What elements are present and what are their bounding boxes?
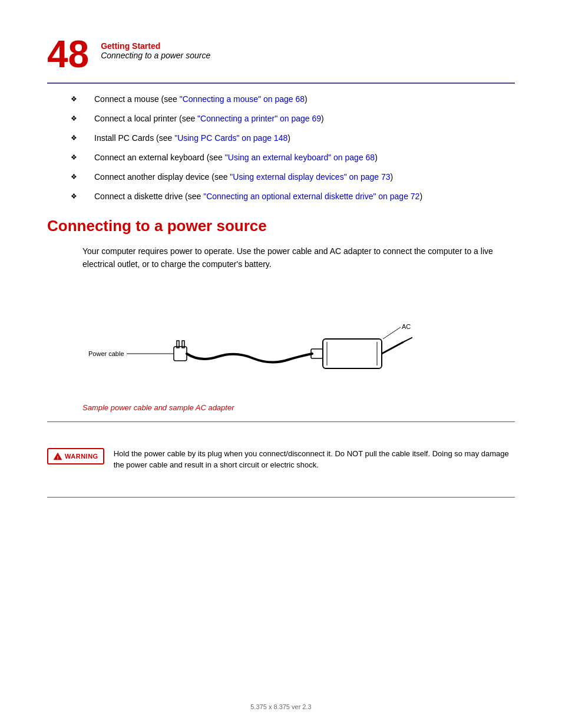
list-item: Connect a diskette drive (see "Connectin… bbox=[82, 190, 515, 203]
link-pc-cards[interactable]: "Using PC Cards" on page 148 bbox=[174, 133, 287, 143]
svg-text:AC adapter: AC adapter bbox=[402, 323, 412, 330]
page-footer: 5.375 x 8.375 ver 2.3 bbox=[0, 703, 562, 710]
list-item: Connect another display device (see "Usi… bbox=[82, 171, 515, 183]
link-keyboard[interactable]: "Using an external keyboard" on page 68 bbox=[225, 153, 375, 162]
page-number: 48 bbox=[47, 35, 89, 73]
list-item: Connect a mouse (see "Connecting a mouse… bbox=[82, 93, 515, 106]
svg-line-11 bbox=[383, 327, 401, 339]
svg-rect-6 bbox=[323, 339, 382, 368]
image-caption: Sample power cable and sample AC adapter bbox=[82, 403, 515, 412]
body-text: Your computer requires power to operate.… bbox=[82, 245, 515, 271]
svg-line-9 bbox=[382, 342, 404, 354]
warning-text: Hold the power cable by its plug when yo… bbox=[114, 448, 515, 471]
link-display[interactable]: "Using external display devices" on page… bbox=[230, 172, 390, 182]
page: 48 Getting Started Connecting to a power… bbox=[0, 0, 562, 728]
bullet-list: Connect a mouse (see "Connecting a mouse… bbox=[82, 93, 515, 203]
link-printer[interactable]: "Connecting a printer" on page 69 bbox=[197, 114, 321, 123]
warning-label: WARNING bbox=[65, 453, 98, 460]
top-divider bbox=[47, 83, 515, 84]
link-mouse[interactable]: "Connecting a mouse" on page 68 bbox=[180, 94, 305, 104]
mid-divider bbox=[47, 421, 515, 422]
bottom-divider bbox=[47, 497, 515, 498]
list-item: Connect an external keyboard (see "Using… bbox=[82, 151, 515, 164]
header-text: Getting Started Connecting to a power so… bbox=[101, 35, 210, 60]
chapter-title: Getting Started bbox=[101, 41, 210, 51]
list-item: Connect a local printer (see "Connecting… bbox=[82, 113, 515, 125]
svg-rect-2 bbox=[174, 347, 187, 361]
diagram-container: Power cable AC adapter bbox=[82, 283, 480, 401]
link-diskette[interactable]: "Connecting an optional external diskett… bbox=[203, 192, 419, 201]
svg-text:!: ! bbox=[57, 454, 59, 460]
svg-line-10 bbox=[404, 336, 412, 342]
power-cable-diagram: Power cable AC adapter bbox=[82, 283, 412, 395]
chapter-subtitle: Connecting to a power source bbox=[101, 51, 210, 60]
warning-triangle-icon: ! bbox=[53, 452, 62, 461]
warning-box: ! WARNING Hold the power cable by its pl… bbox=[47, 448, 515, 471]
svg-text:Power cable: Power cable bbox=[88, 350, 124, 357]
warning-badge: ! WARNING bbox=[47, 448, 104, 465]
section-heading: Connecting to a power source bbox=[47, 217, 515, 235]
list-item: Install PC Cards (see "Using PC Cards" o… bbox=[82, 132, 515, 144]
page-header: 48 Getting Started Connecting to a power… bbox=[47, 35, 515, 73]
warning-section: ! WARNING Hold the power cable by its pl… bbox=[47, 431, 515, 487]
